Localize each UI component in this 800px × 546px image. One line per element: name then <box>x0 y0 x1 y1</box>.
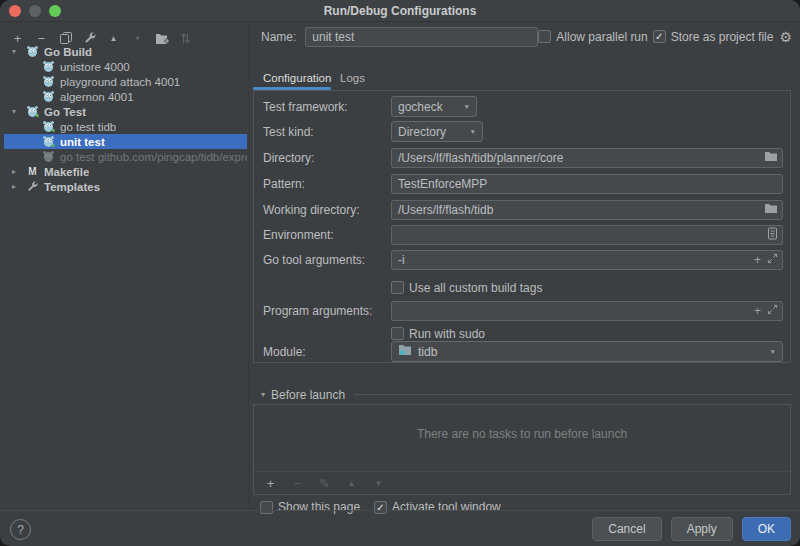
run-with-sudo-label: Run with sudo <box>409 327 485 341</box>
add-macro-icon[interactable]: + <box>754 304 761 318</box>
store-settings-gear-icon[interactable]: ⚙ <box>779 30 792 44</box>
chevron-expanded-icon[interactable]: ▾ <box>8 47 20 56</box>
tree-item-go-test[interactable]: ▾ Go Test <box>4 104 247 119</box>
tree-item-unistore-4000[interactable]: unistore 4000 <box>4 59 247 74</box>
chevron-expanded-icon[interactable]: ▾ <box>8 107 20 116</box>
zoom-window-button[interactable] <box>49 5 61 17</box>
program-arguments-row: Program arguments: + <box>263 300 783 321</box>
go-tool-arguments-input[interactable] <box>391 250 783 270</box>
go-tool-arguments-label: Go tool arguments: <box>263 253 391 267</box>
tree-item-label: go test tidb <box>60 121 116 133</box>
go-run-config-icon <box>42 75 55 88</box>
makefile-icon: M <box>26 165 39 178</box>
before-launch-title: Before launch <box>271 388 345 402</box>
pattern-label: Pattern: <box>263 177 391 191</box>
environment-row: Environment: <box>263 224 783 245</box>
tree-item-label: Go Build <box>44 46 92 58</box>
tree-item-makefile[interactable]: ▸ M Makefile <box>4 164 247 179</box>
remove-task-button[interactable]: − <box>290 476 305 491</box>
tree-item-playground-attach-4001[interactable]: playground attach 4001 <box>4 74 247 89</box>
pattern-row: Pattern: <box>263 173 783 194</box>
working-directory-label: Working directory: <box>263 203 391 217</box>
move-task-up-button[interactable]: ▲ <box>344 476 359 491</box>
tree-item-label: Templates <box>44 181 100 193</box>
chevron-down-icon: ▼ <box>456 103 470 110</box>
chevron-down-icon: ▼ <box>462 128 476 135</box>
store-as-project-file-checkbox[interactable]: ✓ <box>653 30 666 43</box>
ok-button[interactable]: OK <box>742 517 791 541</box>
browse-folder-icon[interactable] <box>764 203 778 217</box>
add-macro-icon[interactable]: + <box>754 253 761 267</box>
test-framework-select[interactable]: gocheck ▼ <box>391 96 477 117</box>
name-input[interactable] <box>305 27 538 47</box>
tab-configuration[interactable]: Configuration <box>263 72 331 84</box>
test-kind-row: Test kind: Directory ▼ <box>263 121 783 142</box>
go-run-config-icon <box>42 60 55 73</box>
dialog-footer: ? Cancel Apply OK <box>0 510 800 546</box>
chevron-down-icon: ▼ <box>762 348 776 355</box>
tree-item-label: unistore 4000 <box>60 61 130 73</box>
directory-label: Directory: <box>263 151 391 165</box>
panel-divider <box>248 22 249 510</box>
environment-input[interactable] <box>391 225 783 245</box>
add-task-button[interactable]: + <box>263 476 278 491</box>
expand-editor-icon[interactable] <box>767 253 778 267</box>
test-kind-value: Directory <box>398 125 446 139</box>
go-run-config-icon <box>42 90 55 103</box>
close-window-button[interactable] <box>9 5 21 17</box>
tree-item-temporary-config[interactable]: go test github.com/pingcap/tidb/express <box>4 149 247 164</box>
chevron-collapsed-icon[interactable]: ▸ <box>8 167 20 176</box>
test-framework-value: gocheck <box>398 100 443 114</box>
use-all-custom-build-tags-checkbox[interactable] <box>391 281 404 294</box>
tree-item-algernon-4001[interactable]: algernon 4001 <box>4 89 247 104</box>
allow-parallel-run-label: Allow parallel run <box>556 30 647 44</box>
run-with-sudo-checkbox[interactable] <box>391 327 404 340</box>
test-kind-select[interactable]: Directory ▼ <box>391 121 483 142</box>
cancel-button[interactable]: Cancel <box>592 517 661 541</box>
go-test-config-icon <box>42 135 55 148</box>
environment-variables-icon[interactable] <box>767 227 778 243</box>
chevron-collapsed-icon[interactable]: ▸ <box>8 182 20 191</box>
expand-editor-icon[interactable] <box>767 304 778 318</box>
go-test-config-icon <box>42 120 55 133</box>
go-gopher-icon <box>26 45 39 58</box>
move-task-down-button[interactable]: ▼ <box>371 476 386 491</box>
go-test-config-icon <box>42 150 55 163</box>
working-directory-input[interactable] <box>391 200 783 220</box>
module-select[interactable]: tidb ▼ <box>391 341 783 362</box>
collapse-arrow-icon[interactable]: ▾ <box>261 390 265 399</box>
minimize-window-button[interactable] <box>29 5 41 17</box>
configuration-tab-panel: Test framework: gocheck ▼ Test kind: Dir… <box>253 90 791 363</box>
tree-item-go-test-tidb[interactable]: go test tidb <box>4 119 247 134</box>
tree-item-go-build[interactable]: ▾ Go Build <box>4 44 247 59</box>
name-row: Name: Allow parallel run ✓ Store as proj… <box>261 26 792 47</box>
go-test-icon <box>26 105 39 118</box>
tree-item-label: go test github.com/pingcap/tidb/express <box>60 151 247 163</box>
tab-logs[interactable]: Logs <box>340 72 365 84</box>
directory-input[interactable] <box>391 148 783 168</box>
before-launch-header[interactable]: ▾ Before launch <box>261 387 792 402</box>
module-folder-icon <box>398 344 412 359</box>
go-tool-arguments-row: Go tool arguments: + <box>263 249 783 270</box>
directory-row: Directory: <box>263 147 783 168</box>
traffic-lights <box>9 5 61 17</box>
configurations-tree: ▾ Go Build unistore 4000 playground atta… <box>4 44 247 214</box>
name-label: Name: <box>261 30 296 44</box>
before-launch-empty-text: There are no tasks to run before launch <box>254 427 790 441</box>
allow-parallel-run-option: Allow parallel run <box>538 30 647 44</box>
tree-item-label: playground attach 4001 <box>60 76 180 88</box>
browse-folder-icon[interactable] <box>764 151 778 165</box>
titlebar: Run/Debug Configurations <box>0 0 800 22</box>
pattern-input[interactable] <box>391 174 783 194</box>
allow-parallel-run-checkbox[interactable] <box>538 30 551 43</box>
tree-item-templates[interactable]: ▸ Templates <box>4 179 247 194</box>
apply-button[interactable]: Apply <box>671 517 733 541</box>
program-arguments-input[interactable] <box>391 301 783 321</box>
tree-item-label: unit test <box>60 136 105 148</box>
store-as-project-file-label: Store as project file <box>671 30 774 44</box>
module-label: Module: <box>263 345 391 359</box>
use-all-custom-build-tags-label: Use all custom build tags <box>409 281 542 295</box>
tree-item-unit-test-selected[interactable]: unit test <box>4 134 247 149</box>
edit-task-button[interactable]: ✎ <box>317 476 332 491</box>
help-button[interactable]: ? <box>10 519 31 540</box>
